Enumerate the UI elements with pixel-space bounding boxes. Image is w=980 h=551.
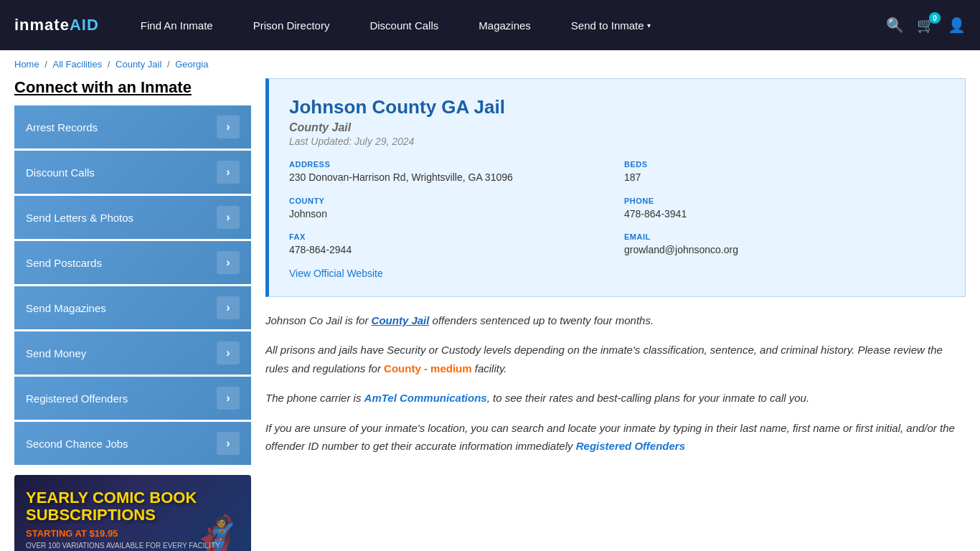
ad-title-line2: SUBSCRIPTIONS xyxy=(26,507,156,524)
facility-description: Johnson Co Jail is for County Jail offen… xyxy=(265,311,966,456)
logo[interactable]: inmateAID xyxy=(14,16,99,34)
beds-block: BEDS 187 xyxy=(624,160,945,185)
ad-title-line1: YEARLY COMIC BOOK xyxy=(26,489,197,507)
sidebar-item-send-postcards[interactable]: Send Postcards › xyxy=(14,241,251,284)
county-value: Johnson xyxy=(289,207,610,222)
facility-card: Johnson County GA Jail County Jail Last … xyxy=(265,78,966,297)
ad-banner[interactable]: YEARLY COMIC BOOK SUBSCRIPTIONS STARTING… xyxy=(14,475,251,551)
facility-last-updated: Last Updated: July 29, 2024 xyxy=(289,136,945,147)
sidebar-item-second-chance-jobs[interactable]: Second Chance Jobs › xyxy=(14,422,251,465)
cart-icon[interactable]: 🛒 0 xyxy=(917,17,935,34)
sidebar-arrow-0: › xyxy=(217,116,240,138)
county-block: COUNTY Johnson xyxy=(289,197,610,222)
sidebar-arrow-5: › xyxy=(217,342,240,364)
search-icon[interactable]: 🔍 xyxy=(886,17,904,34)
sidebar: Connect with an Inmate Arrest Records › … xyxy=(14,78,251,551)
nav-find-inmate[interactable]: Find An Inmate xyxy=(121,0,233,50)
fax-value: 478-864-2944 xyxy=(289,243,610,258)
sidebar-arrow-7: › xyxy=(217,432,240,455)
fax-block: FAX 478-864-2944 xyxy=(289,232,610,258)
nav-prison-directory[interactable]: Prison Directory xyxy=(233,0,350,50)
phone-block: PHONE 478-864-3941 xyxy=(624,197,945,222)
sidebar-arrow-2: › xyxy=(217,206,240,229)
sidebar-item-send-money[interactable]: Send Money › xyxy=(14,331,251,375)
email-label: EMAIL xyxy=(624,232,945,241)
sidebar-title: Connect with an Inmate xyxy=(14,78,251,97)
desc-p1-after: offenders sentenced up to twenty four mo… xyxy=(429,314,654,326)
county-label: COUNTY xyxy=(289,197,610,205)
address-block: ADDRESS 230 Donovan-Harrison Rd, Wrights… xyxy=(289,160,610,185)
user-icon[interactable]: 👤 xyxy=(948,17,966,34)
phone-value: 478-864-3941 xyxy=(624,207,945,222)
desc-para-3: The phone carrier is AmTel Communication… xyxy=(265,389,966,408)
desc-p3-before: The phone carrier is xyxy=(265,392,364,404)
sidebar-item-discount-calls[interactable]: Discount Calls › xyxy=(14,151,251,194)
desc-p3-after: , to see their rates and best-calling pl… xyxy=(487,392,809,404)
desc-para-4: If you are unsure of your inmate's locat… xyxy=(265,419,966,456)
address-label: ADDRESS xyxy=(289,160,610,169)
breadcrumb-sep-1: / xyxy=(44,59,50,70)
registered-offenders-link[interactable]: Registered Offenders xyxy=(576,440,685,452)
email-block: EMAIL growland@johnsonco.org xyxy=(624,232,945,258)
breadcrumb-sep-3: / xyxy=(167,59,172,70)
sidebar-item-send-magazines[interactable]: Send Magazines › xyxy=(14,286,251,329)
cart-badge: 0 xyxy=(929,12,941,24)
sidebar-item-registered-offenders[interactable]: Registered Offenders › xyxy=(14,377,251,420)
sidebar-arrow-3: › xyxy=(217,251,240,274)
beds-value: 187 xyxy=(624,171,945,185)
official-website-link[interactable]: View Official Website xyxy=(289,268,383,279)
main-nav: Find An Inmate Prison Directory Discount… xyxy=(121,0,886,50)
facility-type: County Jail xyxy=(289,121,945,134)
desc-para-2: All prisons and jails have Security or C… xyxy=(265,341,966,377)
nav-discount-calls[interactable]: Discount Calls xyxy=(349,0,458,50)
amtel-link[interactable]: AmTel Communications xyxy=(364,392,487,404)
sidebar-menu: Arrest Records › Discount Calls › Send L… xyxy=(14,105,251,465)
breadcrumb-all-facilities[interactable]: All Facilities xyxy=(53,59,103,70)
sidebar-item-send-letters[interactable]: Send Letters & Photos › xyxy=(14,196,251,239)
main-layout: Connect with an Inmate Arrest Records › … xyxy=(0,78,980,551)
sidebar-arrow-4: › xyxy=(217,296,240,319)
send-to-inmate-arrow-icon: ▾ xyxy=(647,22,651,29)
county-jail-link-1[interactable]: County Jail xyxy=(372,314,430,326)
fax-label: FAX xyxy=(289,232,610,241)
nav-send-to-inmate[interactable]: Send to Inmate ▾ xyxy=(551,0,671,50)
facility-name: Johnson County GA Jail xyxy=(289,96,945,118)
beds-label: BEDS xyxy=(624,160,945,169)
breadcrumb-home[interactable]: Home xyxy=(14,59,39,70)
desc-para-1: Johnson Co Jail is for County Jail offen… xyxy=(265,311,966,330)
desc-p2-before: All prisons and jails have Security or C… xyxy=(265,344,943,375)
facility-info-grid: ADDRESS 230 Donovan-Harrison Rd, Wrights… xyxy=(289,160,945,258)
content-area: Johnson County GA Jail County Jail Last … xyxy=(265,78,966,551)
email-value: growland@johnsonco.org xyxy=(624,243,945,258)
desc-p1-before: Johnson Co Jail is for xyxy=(265,314,372,326)
phone-label: PHONE xyxy=(624,197,945,205)
sidebar-item-arrest-records[interactable]: Arrest Records › xyxy=(14,105,251,149)
address-value: 230 Donovan-Harrison Rd, Wrightsville, G… xyxy=(289,171,610,185)
breadcrumb-georgia[interactable]: Georgia xyxy=(175,59,208,70)
breadcrumb-county-jail[interactable]: County Jail xyxy=(116,59,161,70)
ad-subtitle: STARTING AT $19.95 xyxy=(26,528,118,539)
sidebar-arrow-6: › xyxy=(217,387,240,410)
ad-small-text: OVER 100 VARIATIONS AVAILABLE FOR EVERY … xyxy=(26,542,220,550)
county-medium-highlight: County - medium xyxy=(384,362,472,375)
sidebar-arrow-1: › xyxy=(217,161,240,184)
header-icons: 🔍 🛒 0 👤 xyxy=(886,17,966,34)
breadcrumb: Home / All Facilities / County Jail / Ge… xyxy=(0,50,980,78)
desc-p2-after: facility. xyxy=(472,362,507,375)
breadcrumb-sep-2: / xyxy=(108,59,113,70)
nav-magazines[interactable]: Magazines xyxy=(458,0,551,50)
site-header: inmateAID Find An Inmate Prison Director… xyxy=(0,0,980,50)
